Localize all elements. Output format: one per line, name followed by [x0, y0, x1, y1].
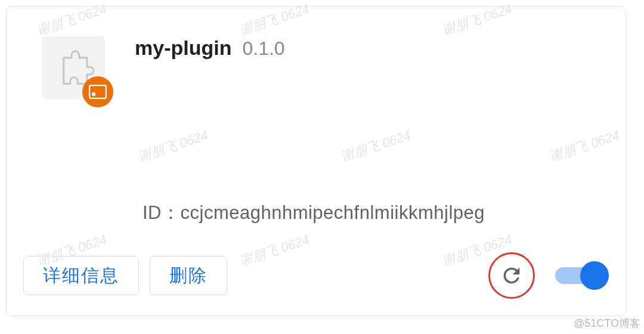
extension-version: 0.1.0: [242, 38, 284, 60]
extension-name: my-plugin: [135, 36, 231, 60]
extension-id-row: ID：ccjcmeaghnhmipechfnlmiikkmhjlpeg: [143, 200, 609, 225]
extension-card: my-plugin 0.1.0 ID：ccjcmeaghnhmipechfnlm…: [6, 6, 626, 316]
extension-id-label: ID：: [143, 202, 181, 223]
extension-actions: 详细信息 删除: [23, 252, 609, 299]
svg-point-1: [92, 92, 95, 96]
remove-button[interactable]: 删除: [150, 256, 227, 295]
enable-toggle[interactable]: [555, 261, 609, 290]
svg-rect-0: [89, 85, 106, 98]
extension-title-row: my-plugin 0.1.0: [135, 36, 285, 60]
reload-button[interactable]: [488, 252, 535, 299]
toggle-thumb: [580, 261, 609, 290]
extension-header: my-plugin 0.1.0: [42, 36, 609, 99]
extension-id-value: ccjcmeaghnhmipechfnlmiikkmhjlpeg: [181, 202, 485, 223]
local-storage-badge-icon: [82, 76, 113, 107]
reload-icon: [500, 264, 524, 287]
details-button[interactable]: 详细信息: [23, 256, 139, 295]
attribution-text: @51CTO博客: [574, 316, 640, 330]
extension-icon: [42, 36, 105, 99]
